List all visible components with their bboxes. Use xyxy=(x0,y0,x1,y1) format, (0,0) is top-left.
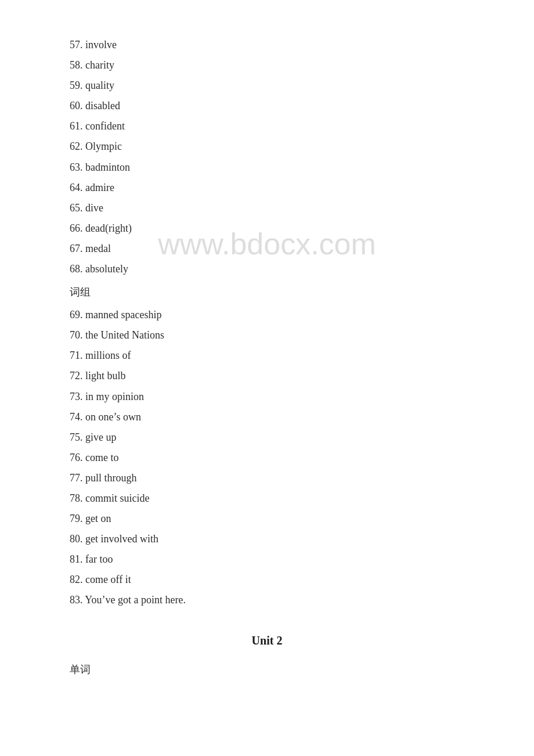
section2-label: 单词 xyxy=(70,659,464,680)
list-item: 79. get on xyxy=(70,509,464,529)
unit-heading: Unit 2 xyxy=(70,634,464,647)
list-item: 73. in my opinion xyxy=(70,387,464,407)
list-item: 59. quality xyxy=(70,75,464,96)
list-item: 83. You’ve got a point here. xyxy=(70,590,464,610)
list-item: 82. come off it xyxy=(70,570,464,590)
list-item: 58. charity xyxy=(70,55,464,75)
list-item: 64. admire xyxy=(70,178,464,198)
list-item: 77. pull through xyxy=(70,468,464,488)
list-item: 66. dead(right) xyxy=(70,218,464,239)
list-item: 63. badminton xyxy=(70,157,464,178)
list-item: 80. get involved with xyxy=(70,529,464,549)
phrases-list: 69. manned spaceship70. the United Natio… xyxy=(70,305,464,610)
list-item: 67. medal xyxy=(70,239,464,259)
list-item: 70. the United Nations xyxy=(70,325,464,345)
section1-label: 词组 xyxy=(70,282,464,303)
list-item: 75. give up xyxy=(70,427,464,448)
list-item: 57. involve xyxy=(70,35,464,55)
list-item: 71. millions of xyxy=(70,345,464,366)
list-item: 65. dive xyxy=(70,198,464,218)
list-item: 68. absolutely xyxy=(70,259,464,279)
list-item: 62. Olympic xyxy=(70,136,464,157)
list-item: 76. come to xyxy=(70,448,464,468)
list-item: 72. light bulb xyxy=(70,366,464,386)
list-item: 69. manned spaceship xyxy=(70,305,464,325)
list-item: 61. confident xyxy=(70,116,464,136)
list-item: 78. commit suicide xyxy=(70,488,464,509)
list-item: 81. far too xyxy=(70,549,464,570)
list-item: 60. disabled xyxy=(70,96,464,116)
list-item: 74. on one’s own xyxy=(70,407,464,427)
page-container: www.bdocx.com 57. involve58. charity59. … xyxy=(0,0,534,715)
word-list: 57. involve58. charity59. quality60. dis… xyxy=(70,35,464,279)
